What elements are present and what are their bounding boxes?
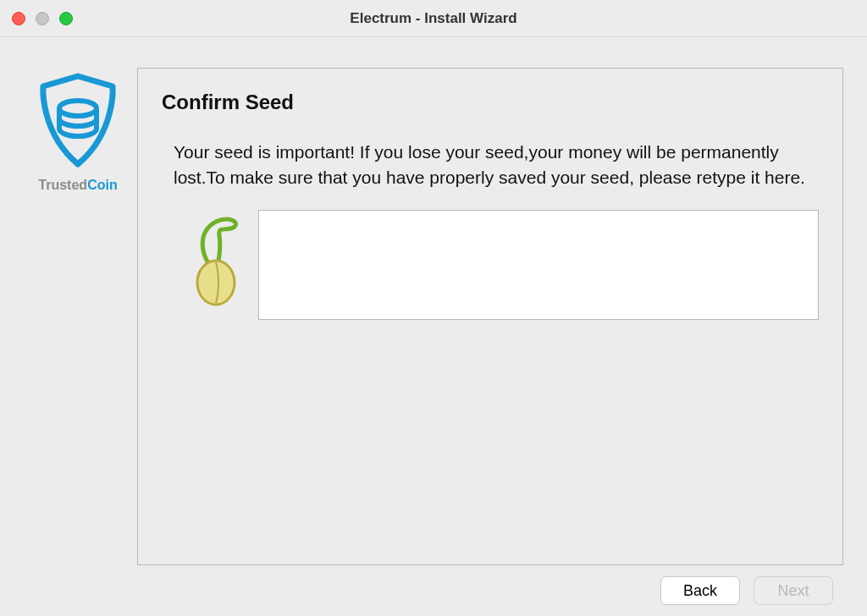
svg-point-0 xyxy=(59,101,97,116)
close-icon[interactable] xyxy=(12,12,25,25)
wizard-footer: Back Next xyxy=(0,565,867,616)
page-title: Confirm Seed xyxy=(162,91,819,114)
brand-label-b: Coin xyxy=(87,178,118,192)
brand-label-a: Trusted xyxy=(38,178,87,192)
minimize-icon[interactable] xyxy=(36,12,49,25)
window-title: Electrum - Install Wizard xyxy=(0,10,867,27)
seed-input[interactable] xyxy=(258,210,819,320)
next-button[interactable]: Next xyxy=(754,576,833,605)
title-bar: Electrum - Install Wizard xyxy=(0,0,867,37)
wizard-sidebar: TrustedCoin xyxy=(19,68,137,565)
zoom-icon[interactable] xyxy=(59,12,73,25)
window-controls xyxy=(12,12,73,25)
seed-sprout-icon xyxy=(174,210,258,306)
back-button[interactable]: Back xyxy=(660,576,740,605)
svg-point-1 xyxy=(197,261,235,305)
brand-label: TrustedCoin xyxy=(38,178,117,193)
shield-coin-icon xyxy=(31,71,124,173)
wizard-panel: Confirm Seed Your seed is important! If … xyxy=(137,68,843,565)
instructions-text: Your seed is important! If you lose your… xyxy=(174,140,815,191)
